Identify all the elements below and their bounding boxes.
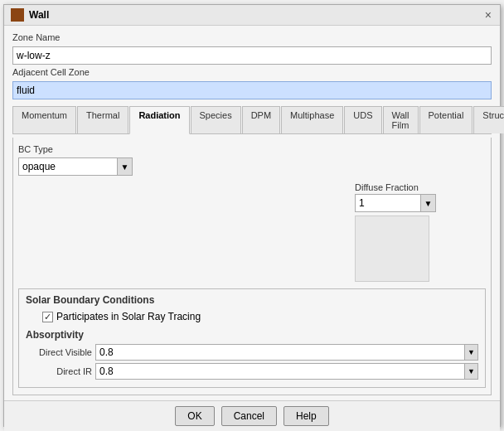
diffuse-fraction-label: Diffuse Fraction xyxy=(355,182,436,192)
solar-boundary-conditions: Solar Boundary Conditions Participates i… xyxy=(18,288,486,388)
diffuse-placeholder-box xyxy=(355,216,429,282)
tab-radiation[interactable]: Radiation xyxy=(129,106,189,134)
tab-potential[interactable]: Potential xyxy=(419,106,473,133)
diffuse-input-row: ▼ xyxy=(355,194,436,212)
zone-name-label: Zone Name xyxy=(12,32,492,42)
diffuse-fraction-input[interactable] xyxy=(355,194,421,212)
tabs-bar: Momentum Thermal Radiation Species DPM M… xyxy=(12,106,492,134)
bc-type-label: BC Type xyxy=(18,144,486,154)
solar-section-title: Solar Boundary Conditions xyxy=(26,294,478,306)
tab-multiphase[interactable]: Multiphase xyxy=(281,106,343,133)
top-fields: Zone Name Adjacent Cell Zone xyxy=(12,32,492,99)
tab-structure[interactable]: Structure xyxy=(473,106,504,133)
zone-name-input[interactable] xyxy=(12,46,492,65)
title-bar-left: Wall xyxy=(11,8,49,22)
cancel-button[interactable]: Cancel xyxy=(221,406,277,426)
direct-visible-input[interactable] xyxy=(95,344,465,361)
tab-wall-film[interactable]: Wall Film xyxy=(383,106,419,133)
dialog-footer: OK Cancel Help xyxy=(4,400,500,431)
direct-ir-row: Direct IR ▼ xyxy=(26,363,478,380)
wall-icon xyxy=(11,8,24,22)
ok-button[interactable]: OK xyxy=(175,406,214,426)
solar-participates-row: Participates in Solar Ray Tracing xyxy=(26,311,478,322)
title-bar: Wall × xyxy=(4,5,500,26)
direct-visible-arrow[interactable]: ▼ xyxy=(465,344,478,361)
dialog-title: Wall xyxy=(29,9,49,21)
adjacent-cell-zone-label: Adjacent Cell Zone xyxy=(12,67,492,77)
bc-type-row: BC Type opaque semi-transparent interior… xyxy=(18,144,486,176)
direct-visible-row: Direct Visible ▼ xyxy=(26,344,478,361)
tab-momentum[interactable]: Momentum xyxy=(12,106,76,133)
tab-species[interactable]: Species xyxy=(191,106,241,133)
direct-ir-input[interactable] xyxy=(95,363,465,380)
dialog-content: Zone Name Adjacent Cell Zone Momentum Th… xyxy=(4,26,500,400)
diffuse-section: Diffuse Fraction ▼ xyxy=(18,182,486,282)
bc-type-select[interactable]: opaque semi-transparent interior xyxy=(18,157,118,176)
participates-checkbox[interactable] xyxy=(42,312,53,322)
direct-ir-label: Direct IR xyxy=(26,366,92,376)
help-button[interactable]: Help xyxy=(284,406,329,426)
close-button[interactable]: × xyxy=(483,9,493,21)
diffuse-arrow[interactable]: ▼ xyxy=(421,194,436,212)
tab-uds[interactable]: UDS xyxy=(344,106,381,133)
bc-type-select-wrapper: opaque semi-transparent interior ▼ xyxy=(18,157,486,176)
participates-label: Participates in Solar Ray Tracing xyxy=(56,311,201,322)
wall-dialog: Wall × Zone Name Adjacent Cell Zone Mome… xyxy=(3,4,501,427)
direct-ir-arrow[interactable]: ▼ xyxy=(465,363,478,380)
absorptivity-label: Absorptivity xyxy=(26,329,478,341)
adjacent-cell-zone-input[interactable] xyxy=(12,81,492,99)
direct-visible-label: Direct Visible xyxy=(26,347,92,357)
tab-thermal[interactable]: Thermal xyxy=(77,106,128,133)
bc-type-arrow[interactable]: ▼ xyxy=(118,157,133,176)
tab-dpm[interactable]: DPM xyxy=(242,106,280,133)
tab-radiation-content: BC Type opaque semi-transparent interior… xyxy=(12,138,492,395)
diffuse-inner: Diffuse Fraction ▼ xyxy=(355,182,436,282)
